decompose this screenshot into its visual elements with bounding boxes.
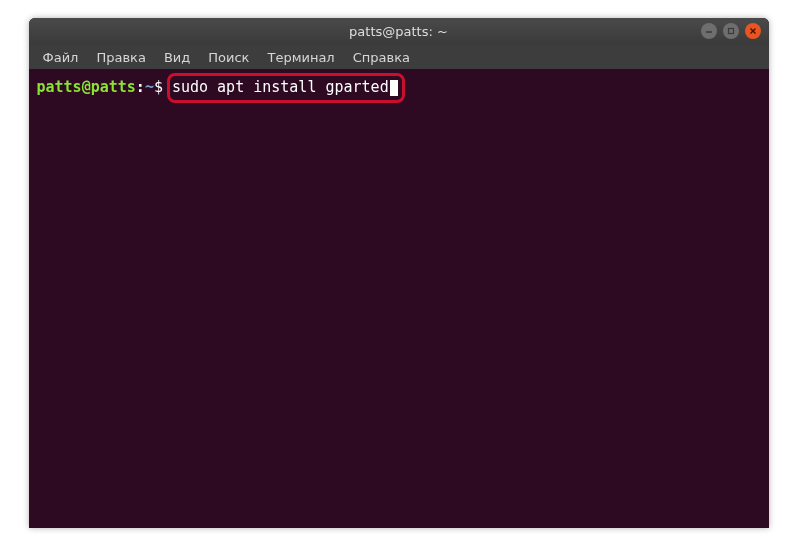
- prompt-line: patts@patts:~$ sudo apt install gparted: [37, 73, 761, 103]
- close-button[interactable]: [745, 23, 761, 39]
- titlebar: patts@patts: ~: [29, 18, 769, 45]
- menubar: Файл Правка Вид Поиск Терминал Справка: [29, 45, 769, 69]
- window-controls: [701, 23, 761, 39]
- svg-rect-1: [728, 29, 733, 34]
- menu-view[interactable]: Вид: [156, 48, 198, 67]
- command-text: sudo apt install gparted: [172, 78, 389, 98]
- prompt-symbol: $: [154, 78, 163, 98]
- window-title: patts@patts: ~: [349, 24, 448, 39]
- minimize-button[interactable]: [701, 23, 717, 39]
- terminal-window: patts@patts: ~ Файл Правка Вид Поиск Тер…: [29, 18, 769, 528]
- prompt-path: ~: [145, 78, 154, 98]
- prompt-colon: :: [136, 78, 145, 98]
- maximize-button[interactable]: [723, 23, 739, 39]
- terminal-body[interactable]: patts@patts:~$ sudo apt install gparted: [29, 69, 769, 528]
- menu-file[interactable]: Файл: [35, 48, 87, 67]
- menu-search[interactable]: Поиск: [200, 48, 257, 67]
- prompt-user: patts@patts: [37, 78, 136, 98]
- menu-terminal[interactable]: Терминал: [259, 48, 342, 67]
- menu-edit[interactable]: Правка: [88, 48, 153, 67]
- menu-help[interactable]: Справка: [345, 48, 418, 67]
- command-highlight: sudo apt install gparted: [167, 73, 405, 103]
- cursor-icon: [390, 80, 398, 96]
